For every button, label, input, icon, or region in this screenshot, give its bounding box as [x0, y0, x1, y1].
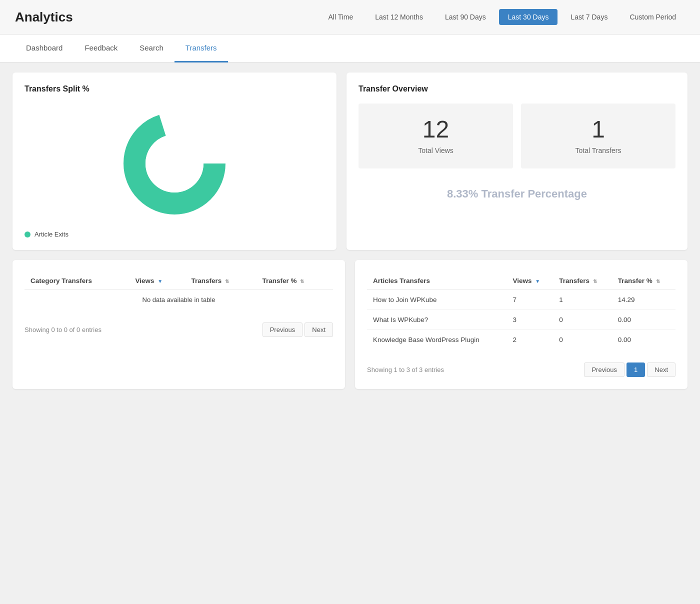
total-transfers-number: 1 — [531, 118, 666, 142]
period-last-90-days[interactable]: Last 90 Days — [436, 9, 495, 25]
period-all-time[interactable]: All Time — [320, 9, 362, 25]
total-transfers-box: 1 Total Transfers — [521, 104, 676, 168]
transfer-overview-card: Transfer Overview 12 Total Views 1 Total… — [346, 72, 688, 250]
articles-pagination: Previous 1 Next — [584, 362, 676, 377]
tab-search[interactable]: Search — [128, 34, 174, 62]
transfers-split-card: Transfers Split % Article Exits — [12, 72, 336, 250]
top-row: Transfers Split % Article Exits Transfer… — [12, 72, 688, 250]
category-transfers-card: Category Transfers Views ▼ Transfers ⇅ T… — [12, 260, 345, 389]
col-article-views[interactable]: Views ▼ — [506, 272, 553, 290]
article-name: What Is WPKube? — [367, 310, 506, 330]
header: Analytics All Time Last 12 Months Last 9… — [0, 0, 700, 34]
article-transfer-pct-sort-icon: ⇅ — [656, 278, 660, 284]
category-previous-btn[interactable]: Previous — [262, 322, 303, 337]
category-table-footer: Showing 0 to 0 of 0 entries Previous Nex… — [24, 318, 333, 337]
legend-dot — [24, 232, 30, 238]
article-views-sort-icon: ▼ — [535, 278, 540, 284]
main-content: Transfers Split % Article Exits Transfer… — [0, 62, 700, 399]
article-views: 2 — [506, 330, 553, 350]
svg-point-2 — [146, 134, 204, 192]
no-data-row: No data available in table — [24, 290, 333, 310]
table-row: How to Join WPKube 7 1 14.29 — [367, 290, 676, 310]
stats-row: 12 Total Views 1 Total Transfers — [358, 104, 676, 168]
col-views[interactable]: Views ▼ — [129, 272, 185, 290]
col-article-transfers[interactable]: Transfers ⇅ — [553, 272, 612, 290]
articles-transfers-table: Articles Transfers Views ▼ Transfers ⇅ T… — [367, 272, 676, 350]
article-transfers: 0 — [553, 310, 612, 330]
transfer-pct-sort-icon: ⇅ — [300, 278, 304, 284]
period-last-12-months[interactable]: Last 12 Months — [366, 9, 432, 25]
transfer-overview-title: Transfer Overview — [358, 84, 676, 94]
views-sort-icon: ▼ — [158, 278, 162, 284]
legend-label: Article Exits — [34, 230, 68, 238]
article-transfers: 1 — [553, 290, 612, 310]
article-transfer-pct: 14.29 — [612, 290, 676, 310]
table-row: Knowledge Base WordPress Plugin 2 0 0.00 — [367, 330, 676, 350]
bottom-row: Category Transfers Views ▼ Transfers ⇅ T… — [12, 260, 688, 389]
tab-feedback[interactable]: Feedback — [74, 34, 128, 62]
transfers-split-title: Transfers Split % — [24, 84, 324, 94]
article-name: How to Join WPKube — [367, 290, 506, 310]
category-next-btn[interactable]: Next — [304, 322, 333, 337]
no-data-text: No data available in table — [24, 290, 333, 310]
period-last-30-days[interactable]: Last 30 Days — [499, 9, 558, 25]
donut-chart — [120, 108, 230, 218]
category-transfers-table: Category Transfers Views ▼ Transfers ⇅ T… — [24, 272, 333, 310]
col-category: Category Transfers — [24, 272, 129, 290]
articles-next-btn[interactable]: Next — [647, 362, 676, 377]
articles-page-1-btn[interactable]: 1 — [626, 362, 645, 377]
category-showing-text: Showing 0 to 0 of 0 entries — [24, 326, 102, 334]
total-views-number: 12 — [368, 118, 503, 142]
tab-transfers[interactable]: Transfers — [174, 34, 228, 62]
article-transfers: 0 — [553, 330, 612, 350]
col-article-transfer-pct[interactable]: Transfer % ⇅ — [612, 272, 676, 290]
article-transfer-pct: 0.00 — [612, 310, 676, 330]
total-views-label: Total Views — [368, 146, 503, 154]
article-transfers-sort-icon: ⇅ — [593, 278, 597, 284]
page-title: Analytics — [15, 10, 73, 25]
total-views-box: 12 Total Views — [358, 104, 513, 168]
article-views: 3 — [506, 310, 553, 330]
total-transfers-label: Total Transfers — [531, 146, 666, 154]
col-transfer-pct[interactable]: Transfer % ⇅ — [256, 272, 333, 290]
articles-table-footer: Showing 1 to 3 of 3 entries Previous 1 N… — [367, 358, 676, 377]
period-last-7-days[interactable]: Last 7 Days — [562, 9, 616, 25]
transfer-percentage-text: 8.33% Transfer Percentage — [358, 182, 676, 206]
transfers-sort-icon: ⇅ — [225, 278, 229, 284]
donut-container — [24, 104, 324, 228]
tabs-bar: Dashboard Feedback Search Transfers — [0, 34, 700, 62]
period-custom[interactable]: Custom Period — [620, 9, 685, 25]
col-transfers[interactable]: Transfers ⇅ — [186, 272, 256, 290]
article-views: 7 — [506, 290, 553, 310]
article-name: Knowledge Base WordPress Plugin — [367, 330, 506, 350]
articles-transfers-card: Articles Transfers Views ▼ Transfers ⇅ T… — [355, 260, 688, 389]
category-pagination: Previous Next — [262, 322, 333, 337]
article-transfer-pct: 0.00 — [612, 330, 676, 350]
articles-showing-text: Showing 1 to 3 of 3 entries — [367, 366, 444, 374]
legend: Article Exits — [24, 230, 324, 238]
col-article: Articles Transfers — [367, 272, 506, 290]
tab-dashboard[interactable]: Dashboard — [15, 34, 74, 62]
period-nav: All Time Last 12 Months Last 90 Days Las… — [320, 9, 686, 25]
articles-previous-btn[interactable]: Previous — [584, 362, 624, 377]
table-row: What Is WPKube? 3 0 0.00 — [367, 310, 676, 330]
